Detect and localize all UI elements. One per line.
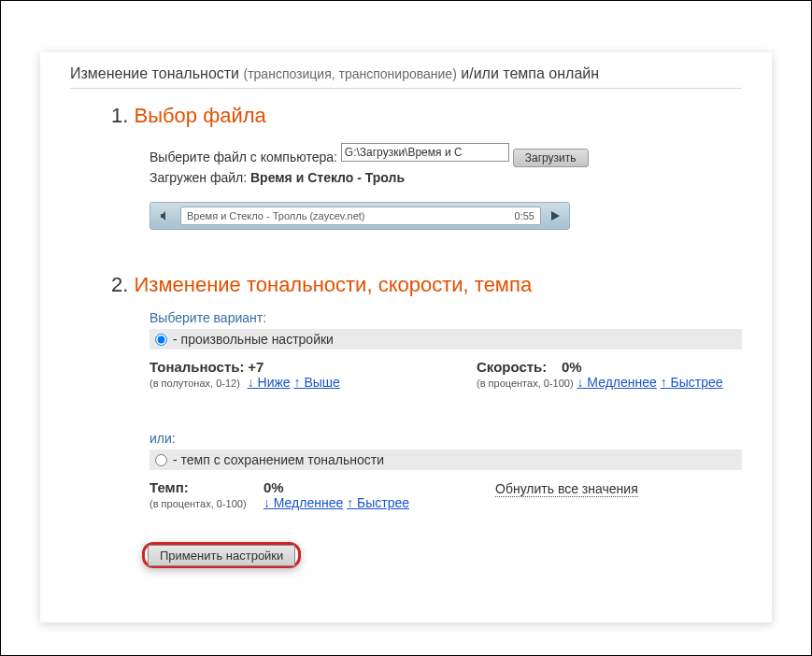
choose-variant-label: Выберите вариант: [150, 310, 742, 325]
section2-heading: 2. Изменение тональности, скорости, темп… [111, 273, 742, 297]
loaded-file-name: Время и Стекло - Троль [250, 170, 405, 185]
section1-num: 1. [111, 104, 128, 127]
reset-link[interactable]: Обнулить все значения [495, 481, 638, 497]
tempo-hint: (в процентах, 0-100) [150, 498, 260, 509]
apply-button[interactable]: Применить настройки [148, 545, 295, 566]
radio-tempo[interactable] [155, 454, 167, 466]
section1-heading: 1. Выбор файла [111, 104, 742, 128]
choose-file-label: Выберите файл с компьютера: [150, 150, 337, 164]
speed-hint: (в процентах, 0-100) [477, 378, 574, 389]
tonality-lower-link[interactable]: ↓ Ниже [248, 375, 291, 390]
play-icon[interactable] [547, 207, 563, 224]
tonality-label: Тональность: [150, 359, 244, 375]
speed-label: Скорость: [477, 359, 547, 375]
track-time: 0:55 [515, 210, 534, 221]
radio-arbitrary-label: - произвольные настройки [173, 332, 334, 347]
speaker-icon[interactable] [156, 207, 175, 225]
title-main: Изменение тональности [70, 65, 239, 81]
title-tail: и/или темпа онлайн [461, 65, 599, 81]
page-title: Изменение тональности (транспозиция, тра… [70, 65, 742, 89]
radio-tempo-label: - темп с сохранением тональности [173, 452, 384, 467]
speed-slower-link[interactable]: ↓ Медленнее [577, 375, 656, 390]
speed-faster-link[interactable]: ↑ Быстрее [661, 375, 723, 390]
loaded-file-label: Загружен файл: [150, 170, 247, 185]
tonality-higher-link[interactable]: ↑ Выше [294, 375, 340, 390]
file-path-input[interactable]: G:\Загрузки\Время и С Обзор… [341, 143, 509, 162]
tempo-slower-link[interactable]: ↓ Медленнее [264, 495, 343, 510]
section1-title: Выбор файла [134, 104, 265, 127]
player-track[interactable]: Время и Стекло - Тролль (zaycev.net) 0:5… [180, 207, 541, 225]
audio-player[interactable]: Время и Стекло - Тролль (zaycev.net) 0:5… [150, 202, 570, 230]
or-label: или: [150, 431, 742, 446]
tempo-faster-link[interactable]: ↑ Быстрее [347, 495, 409, 510]
file-path-text: G:\Загрузки\Время и С [345, 146, 463, 159]
section2-title: Изменение тональности, скорости, темпа [134, 273, 532, 296]
radio-arbitrary-row[interactable]: - произвольные настройки [150, 329, 742, 349]
radio-arbitrary[interactable] [155, 334, 167, 346]
upload-button[interactable]: Загрузить [513, 149, 589, 167]
tonality-hint: (в полутонах, 0-12) [150, 378, 240, 389]
radio-tempo-row[interactable]: - темп с сохранением тональности [150, 449, 742, 470]
apply-highlight: Применить настройки [142, 542, 301, 568]
title-sub: (транспозиция, транспонирование) [244, 66, 457, 81]
track-title: Время и Стекло - Тролль (zaycev.net) [187, 210, 365, 221]
section2-num: 2. [111, 273, 128, 296]
tempo-value: 0% [264, 479, 284, 495]
tempo-label: Темп: [150, 479, 260, 495]
speed-value: 0% [562, 359, 582, 375]
tonality-value: +7 [248, 359, 264, 375]
browse-button[interactable]: Обзор… [462, 161, 506, 162]
